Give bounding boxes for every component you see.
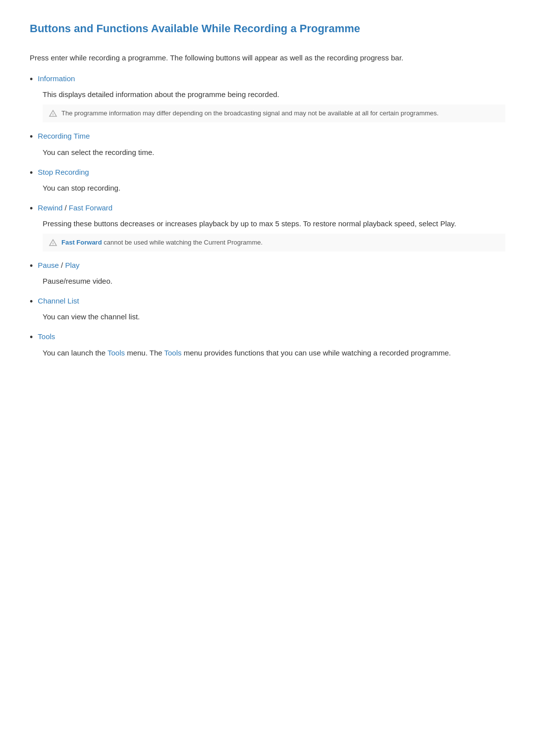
svg-point-1 xyxy=(53,116,54,117)
list-item: • Stop Recording You can stop recording. xyxy=(30,166,505,194)
note-link-fast-forward: Fast Forward xyxy=(61,239,102,246)
svg-point-3 xyxy=(53,245,54,246)
intro-paragraph: Press enter while recording a programme.… xyxy=(30,52,505,64)
section-description-recording-time: You can select the recording time. xyxy=(43,147,505,158)
list-item: • Pause / Play Pause/resume video. xyxy=(30,259,505,287)
section-label-rewind-ff: Rewind / Fast Forward xyxy=(38,202,112,214)
page-title: Buttons and Functions Available While Re… xyxy=(30,20,505,42)
section-label-tools: Tools xyxy=(38,331,55,343)
note-box-information: The programme information may differ dep… xyxy=(43,104,505,122)
note-icon-information xyxy=(49,109,57,118)
section-label-pause-play: Pause / Play xyxy=(38,259,79,271)
label-fast-forward: Fast Forward xyxy=(69,203,112,212)
section-label-information: Information xyxy=(38,73,75,85)
note-box-rewind-ff: Fast Forward cannot be used while watchi… xyxy=(43,234,505,252)
inline-link-tools-2: Tools xyxy=(164,349,181,357)
section-label-recording-time: Recording Time xyxy=(38,130,90,142)
label-play: Play xyxy=(65,261,79,269)
note-icon-rewind-ff xyxy=(49,239,57,248)
section-description-rewind-ff: Pressing these buttons decreases or incr… xyxy=(43,218,505,230)
inline-link-tools-1: Tools xyxy=(107,349,125,357)
list-item: • Channel List You can view the channel … xyxy=(30,295,505,323)
section-description-pause-play: Pause/resume video. xyxy=(43,275,505,287)
bullet-dot: • xyxy=(30,331,33,344)
bullet-dot: • xyxy=(30,202,33,215)
bullet-dot: • xyxy=(30,296,33,308)
section-description-channel-list: You can view the channel list. xyxy=(43,311,505,323)
section-description-tools: You can launch the Tools menu. The Tools… xyxy=(43,347,505,359)
bullet-dot: • xyxy=(30,167,33,179)
list-item: • Tools You can launch the Tools menu. T… xyxy=(30,331,505,358)
section-label-stop-recording: Stop Recording xyxy=(38,166,89,178)
bullet-dot: • xyxy=(30,73,33,86)
label-rewind: Rewind xyxy=(38,203,62,212)
section-description-stop-recording: You can stop recording. xyxy=(43,182,505,194)
bullet-dot: • xyxy=(30,131,33,143)
list-item: • Rewind / Fast Forward Pressing these b… xyxy=(30,202,505,252)
list-item: • Information This displays detailed inf… xyxy=(30,73,505,122)
list-item: • Recording Time You can select the reco… xyxy=(30,130,505,158)
section-label-channel-list: Channel List xyxy=(38,295,79,307)
bullet-dot: • xyxy=(30,260,33,272)
label-pause: Pause xyxy=(38,261,59,269)
sections-list: • Information This displays detailed inf… xyxy=(30,73,505,358)
section-description-information: This displays detailed information about… xyxy=(43,89,505,101)
note-text-information: The programme information may differ dep… xyxy=(61,108,438,118)
note-text-rewind-ff: Fast Forward cannot be used while watchi… xyxy=(61,238,263,248)
label-separator: / xyxy=(65,203,69,212)
